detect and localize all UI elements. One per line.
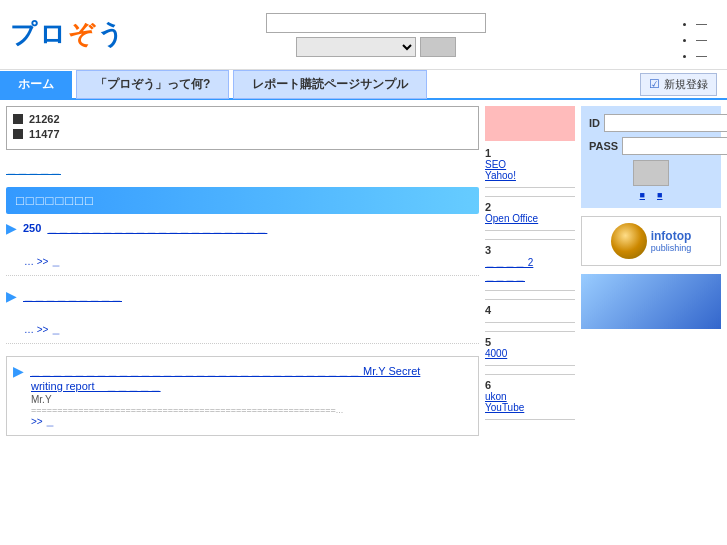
login-button[interactable] bbox=[633, 160, 669, 186]
rank-link-2a[interactable]: Open Office bbox=[485, 213, 575, 224]
rank-item-1: 1 SEO Yahoo! bbox=[485, 147, 575, 188]
blue-banner-image bbox=[581, 274, 721, 329]
bullet-3: — bbox=[696, 47, 707, 63]
bullet-1: — bbox=[696, 15, 707, 31]
search-input[interactable] bbox=[266, 13, 486, 33]
rank-link-5a[interactable]: 4000 bbox=[485, 348, 575, 359]
nav-bar: ホーム 「プロぞう」って何? レポート購読ページサンプル ☑ 新規登録 bbox=[0, 70, 727, 100]
article-1-more: … >> ＿ bbox=[24, 255, 479, 269]
header-search-area bbox=[266, 13, 486, 57]
article-2: ▶ ＿＿＿＿＿＿＿＿＿ … >> ＿ bbox=[6, 288, 479, 344]
article-1-body bbox=[24, 240, 479, 255]
rank-divider-1 bbox=[485, 196, 575, 197]
infotop-box: infotop publishing bbox=[581, 216, 721, 266]
counter-square-1 bbox=[13, 114, 23, 124]
nav-tab-about[interactable]: 「プロぞう」って何? bbox=[76, 70, 229, 99]
rank-divider-3 bbox=[485, 299, 575, 300]
ranking-column: 1 SEO Yahoo! 2 Open Office 3 ＿＿＿＿ 2 ＿＿＿＿… bbox=[485, 106, 575, 444]
counter-item-2: 11477 bbox=[13, 128, 472, 140]
rank-link-1a[interactable]: SEO bbox=[485, 159, 575, 170]
nav-register-button[interactable]: ☑ 新規登録 bbox=[640, 73, 717, 96]
rank-link-1b[interactable]: Yahoo! bbox=[485, 170, 575, 181]
rank-item-2: 2 Open Office bbox=[485, 201, 575, 231]
register-icon: ☑ bbox=[649, 77, 660, 91]
main-content: 21262 11477 ＿＿＿＿＿ □□□□□□□□ ▶ 250 ＿＿＿＿＿＿＿… bbox=[0, 100, 727, 450]
nav-tab-sample[interactable]: レポート購読ページサンプル bbox=[233, 70, 427, 99]
article-2-more: … >> ＿ bbox=[24, 323, 479, 337]
rank-pink-header bbox=[485, 106, 575, 141]
article-3-sub-area: writing report ＿＿＿＿＿ Mr.Y ==============… bbox=[31, 379, 472, 429]
article-1-link[interactable]: ＿＿＿＿＿＿＿＿＿＿＿＿＿＿＿＿＿＿＿＿ bbox=[47, 221, 267, 236]
article-3-main-link[interactable]: ＿＿＿＿＿＿＿＿＿＿＿＿＿＿＿＿＿＿＿＿＿＿＿＿＿＿＿＿＿＿ Mr.Y Secr… bbox=[30, 364, 472, 379]
bullet-2: — bbox=[696, 31, 707, 47]
counter-link[interactable]: ＿＿＿＿＿ bbox=[6, 162, 61, 177]
search-select[interactable] bbox=[296, 37, 416, 57]
rank-item-5: 5 4000 bbox=[485, 336, 575, 366]
article-3-equals: ========================================… bbox=[31, 405, 472, 415]
infotop-sub: publishing bbox=[651, 243, 692, 253]
nav-tab-home[interactable]: ホーム bbox=[0, 71, 72, 98]
article-3-sub-link[interactable]: writing report ＿＿＿＿＿ bbox=[31, 380, 161, 392]
rank-item-6: 6 ukon YouTube bbox=[485, 379, 575, 420]
article-1-title-row: ▶ 250 ＿＿＿＿＿＿＿＿＿＿＿＿＿＿＿＿＿＿＿＿ bbox=[6, 220, 479, 236]
login-pass-label: PASS bbox=[589, 140, 618, 152]
section-header: □□□□□□□□ bbox=[6, 187, 479, 214]
article-3-more: >> ＿ bbox=[31, 415, 472, 429]
rank-link-3a[interactable]: ＿＿＿＿ 2 bbox=[485, 256, 575, 270]
login-id-input[interactable] bbox=[604, 114, 727, 132]
rank-num-4: 4 bbox=[485, 304, 491, 316]
login-id-row: ID bbox=[589, 114, 713, 132]
rank-num-6: 6 bbox=[485, 379, 491, 391]
rank-num-3: 3 bbox=[485, 244, 491, 256]
rank-item-4: 4 bbox=[485, 304, 575, 323]
article-2-title-row: ▶ ＿＿＿＿＿＿＿＿＿ bbox=[6, 288, 479, 304]
counter-num-1: 21262 bbox=[29, 113, 60, 125]
right-column: ID PASS ■ ■ infotop publishing bbox=[581, 106, 721, 444]
play-icon-1: ▶ bbox=[6, 220, 17, 236]
counter-box: 21262 11477 bbox=[6, 106, 479, 150]
article-3-title-row: ▶ ＿＿＿＿＿＿＿＿＿＿＿＿＿＿＿＿＿＿＿＿＿＿＿＿＿＿＿＿＿＿ Mr.Y Se… bbox=[13, 363, 472, 379]
login-id-label: ID bbox=[589, 117, 600, 129]
rank-link-6a[interactable]: ukon bbox=[485, 391, 575, 402]
header-bullets-list: — — — bbox=[696, 15, 707, 63]
article-3-author: Mr.Y bbox=[31, 394, 472, 405]
infotop-sphere-icon bbox=[611, 223, 647, 259]
infotop-text-block: infotop publishing bbox=[651, 229, 692, 253]
rank-divider-4 bbox=[485, 331, 575, 332]
register-label: 新規登録 bbox=[664, 77, 708, 92]
left-column: 21262 11477 ＿＿＿＿＿ □□□□□□□□ ▶ 250 ＿＿＿＿＿＿＿… bbox=[6, 106, 479, 444]
login-links-row: ■ ■ bbox=[589, 190, 713, 200]
article-3-special: ▶ ＿＿＿＿＿＿＿＿＿＿＿＿＿＿＿＿＿＿＿＿＿＿＿＿＿＿＿＿＿＿ Mr.Y Se… bbox=[6, 356, 479, 436]
counter-square-2 bbox=[13, 129, 23, 139]
rank-num-2: 2 bbox=[485, 201, 491, 213]
header: プロぞう — — — bbox=[0, 0, 727, 70]
counter-item-1: 21262 bbox=[13, 113, 472, 125]
article-2-link[interactable]: ＿＿＿＿＿＿＿＿＿ bbox=[23, 289, 122, 304]
login-pass-row: PASS bbox=[589, 137, 713, 155]
play-icon-2: ▶ bbox=[6, 288, 17, 304]
article-1: ▶ 250 ＿＿＿＿＿＿＿＿＿＿＿＿＿＿＿＿＿＿＿＿ … >> ＿ bbox=[6, 220, 479, 276]
login-box: ID PASS ■ ■ bbox=[581, 106, 721, 208]
rank-num-1: 1 bbox=[485, 147, 491, 159]
rank-divider-5 bbox=[485, 374, 575, 375]
rank-divider-2 bbox=[485, 239, 575, 240]
section-header-text: □□□□□□□□ bbox=[16, 193, 95, 208]
login-link-2[interactable]: ■ bbox=[657, 190, 662, 200]
login-pass-input[interactable] bbox=[622, 137, 727, 155]
play-icon-3: ▶ bbox=[13, 363, 24, 379]
article-2-body bbox=[24, 308, 479, 323]
logo: プロぞう bbox=[10, 17, 126, 52]
article-1-num: 250 bbox=[23, 222, 41, 234]
counter-num-2: 11477 bbox=[29, 128, 60, 140]
search-button[interactable] bbox=[420, 37, 456, 57]
rank-item-3: 3 ＿＿＿＿ 2 ＿＿＿＿ bbox=[485, 244, 575, 291]
rank-link-6b[interactable]: YouTube bbox=[485, 402, 575, 413]
rank-num-5: 5 bbox=[485, 336, 491, 348]
infotop-name: infotop bbox=[651, 229, 692, 243]
infotop-logo: infotop publishing bbox=[588, 223, 714, 259]
login-link-1[interactable]: ■ bbox=[640, 190, 645, 200]
rank-link-3b[interactable]: ＿＿＿＿ bbox=[485, 270, 575, 284]
